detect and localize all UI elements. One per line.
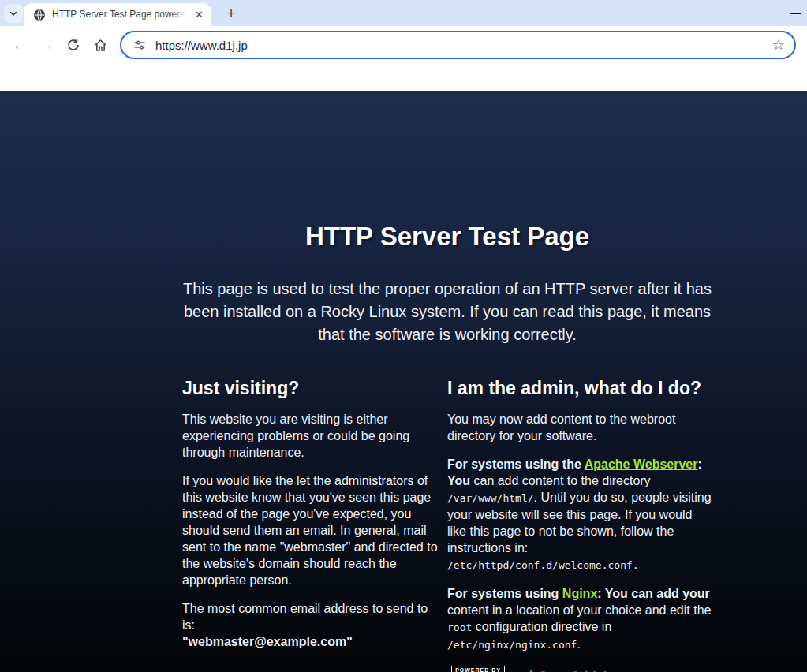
new-tab-button[interactable]: + (222, 4, 241, 23)
minimize-icon[interactable] (790, 13, 801, 14)
tab-title: HTTP Server Test Page powered (52, 9, 187, 21)
visiting-heading: Just visiting? (182, 378, 438, 399)
webmaster-email: "webmaster@example.com" (182, 633, 438, 650)
browser-window: HTTP Server Test Page powered ✕ + ← → (0, 0, 807, 672)
nginx-text-1: content in a location of your choice and… (447, 603, 711, 617)
tab-title-text: HTTP Server Test Page powered (52, 9, 187, 20)
logo-row: POWERED BY ROCKY LINUX (447, 666, 712, 672)
tab-title-fade (170, 9, 187, 21)
visiting-paragraph-3: The most common email address to send to… (182, 600, 438, 650)
rocky-linux-badge[interactable]: POWERED BY ROCKY LINUX (447, 666, 509, 672)
bookmark-star-icon[interactable]: ☆ (772, 38, 785, 52)
home-button[interactable] (87, 32, 114, 58)
browser-toolbar: ← → https://www.d1j.jp ☆ (0, 26, 807, 64)
reload-icon (66, 38, 80, 52)
chevron-down-icon (9, 9, 18, 18)
tab-search-button[interactable] (4, 4, 23, 23)
nginx-conf-path: /etc/nginx/nginx.conf (447, 639, 577, 651)
apache-path-webroot: /var/www/html/ (447, 492, 534, 504)
admin-paragraph-1: You may now add content to the webroot d… (447, 411, 712, 444)
nginx-root-directive: root (447, 622, 472, 633)
intro-paragraph: This page is used to test the proper ope… (182, 278, 712, 346)
apache-webserver-link[interactable]: Apache Webserver (585, 457, 698, 471)
back-button[interactable]: ← (6, 32, 33, 58)
nginx-text-3: . (577, 637, 580, 651)
page-content: HTTP Server Test Page This page is used … (182, 91, 712, 672)
admin-column: I am the admin, what do I do? You may no… (447, 378, 712, 672)
apache-paragraph: For systems using the Apache Webserver: … (447, 456, 712, 573)
browser-tab[interactable]: HTTP Server Test Page powered ✕ (24, 3, 211, 26)
nginx-bold-suffix: : You can add your (597, 587, 710, 600)
visitor-column: Just visiting? This website you are visi… (182, 378, 447, 672)
nginx-text-2: configuration directive in (472, 620, 611, 633)
toolbar-gap (0, 64, 807, 91)
page-title: HTTP Server Test Page (182, 222, 712, 252)
tab-close-icon[interactable]: ✕ (193, 8, 205, 21)
forward-button[interactable]: → (33, 32, 60, 58)
home-icon (93, 38, 108, 53)
two-column-layout: Just visiting? This website you are visi… (182, 378, 712, 672)
admin-heading: I am the admin, what do I do? (447, 378, 712, 399)
apache-text-1: can add content to the directory (470, 474, 651, 487)
url-text[interactable]: https://www.d1j.jp (155, 39, 764, 52)
nginx-bold-prefix: For systems using (447, 587, 562, 600)
site-settings-icon (133, 38, 147, 52)
powered-by-label: POWERED BY (451, 666, 505, 672)
visiting-paragraph-2: If you would like the let the administra… (182, 472, 438, 588)
reload-button[interactable] (60, 32, 87, 58)
nginx-paragraph: For systems using Nginx: You can add you… (447, 585, 712, 653)
webpage: HTTP Server Test Page This page is used … (0, 91, 807, 672)
email-intro-text: The most common email address to send to… (182, 602, 428, 632)
tab-strip: HTTP Server Test Page powered ✕ + (0, 0, 807, 26)
globe-favicon-icon (33, 9, 46, 21)
visiting-paragraph-1: This website you are visiting is either … (182, 411, 438, 461)
url-bar[interactable]: https://www.d1j.jp ☆ (120, 31, 796, 59)
nginx-link[interactable]: Nginx (562, 587, 597, 600)
apache-path-welcome-conf: /etc/httpd/conf.d/welcome.conf. (447, 559, 639, 571)
apache-bold-prefix: For systems using the (447, 457, 585, 471)
